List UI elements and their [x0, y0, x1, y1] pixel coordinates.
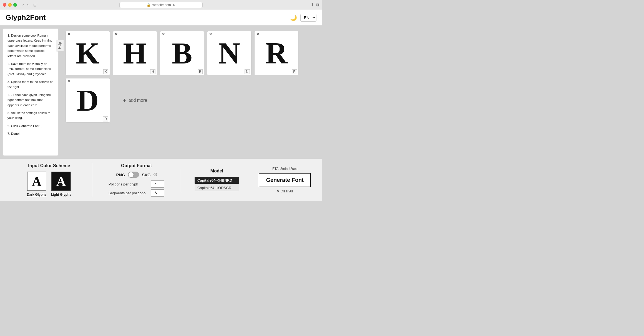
svg-label: SVG	[142, 172, 151, 177]
clear-all-button[interactable]: ✕ Clear All	[277, 189, 293, 193]
help-step-6: 6. Click Generate Font.	[7, 123, 54, 128]
color-scheme-options: A Dark Glyphs A Light Glyphs	[27, 172, 71, 197]
glyph-letter-h: H	[123, 38, 147, 68]
glyph-letter-d: D	[77, 85, 99, 116]
language-select[interactable]: EN ES PT	[300, 14, 316, 22]
glyph-label-h[interactable]: H	[150, 69, 155, 74]
close-glyph-h[interactable]: ✕	[115, 32, 118, 36]
help-step-5: 5. Adjust the settings bellow to your li…	[7, 110, 54, 121]
glyph-card-h[interactable]: ✕ H H	[113, 31, 157, 75]
help-step-4: 4. . Label each glyph using the right bo…	[7, 92, 54, 108]
fullscreen-window-button[interactable]	[13, 3, 17, 7]
polygons-label: Poligons per glyph	[109, 182, 138, 186]
format-params: Poligons per glyph Segments per poligono	[109, 180, 165, 197]
generate-section: ETA: 8min 42sec Generate Font ✕ Clear Al…	[253, 167, 316, 193]
glyph-label-k[interactable]: K	[103, 69, 108, 74]
add-more-label: add more	[129, 98, 147, 103]
url-text: website.com	[152, 3, 171, 7]
glyph-label-b[interactable]: B	[198, 69, 203, 74]
main-content: 1. Design some cool Roman uppercase lett…	[0, 26, 322, 159]
dark-glyphs-label: Dark Glyphs	[27, 193, 47, 197]
output-format-title: Output Format	[121, 163, 152, 168]
help-tab[interactable]: Help	[56, 40, 64, 52]
help-step-2: 2. Save them individually on PNG format,…	[7, 61, 54, 77]
nav-buttons: ‹ ›	[21, 2, 29, 8]
close-glyph-n[interactable]: ✕	[209, 32, 212, 36]
segments-label: Segments per poligono	[109, 191, 146, 195]
output-format-content: PNG SVG ⓘ Poligons per glyph Segments pe…	[109, 172, 165, 197]
settings-bar: Input Color Scheme A Dark Glyphs A Light…	[0, 159, 322, 201]
toolbar-right: ⬆ ⧉	[310, 2, 319, 7]
close-glyph-d[interactable]: ✕	[67, 80, 71, 83]
glyph-letter-k: K	[76, 38, 100, 68]
input-color-scheme-title: Input Color Scheme	[28, 163, 70, 168]
close-glyph-b[interactable]: ✕	[162, 32, 165, 36]
light-glyph-preview: A	[51, 172, 71, 191]
back-button[interactable]: ‹	[21, 2, 25, 8]
glyph-card-n[interactable]: ✕ N N	[207, 31, 251, 75]
dark-mode-button[interactable]: 🌙	[290, 14, 297, 21]
glyph-label-n[interactable]: N	[245, 69, 250, 74]
glyph-letter-n: N	[218, 38, 240, 68]
format-toggle[interactable]	[128, 172, 139, 178]
light-glyphs-option[interactable]: A Light Glyphs	[51, 172, 71, 197]
glyph-label-r[interactable]: R	[292, 69, 297, 74]
glyph-card-d[interactable]: ✕ D D	[66, 78, 110, 123]
refresh-icon: ↻	[173, 3, 175, 7]
dark-glyphs-option[interactable]: A Dark Glyphs	[27, 172, 47, 197]
glyph-card-b[interactable]: ✕ B B	[160, 31, 204, 75]
tabs-button[interactable]: ⧉	[316, 2, 319, 7]
glyphs-grid: ✕ K K ✕ H H ✕ B B ✕ N N ✕ R	[66, 31, 311, 123]
close-glyph-r[interactable]: ✕	[256, 32, 259, 36]
model-list: Capitals64-KHBNRD Capitals64-HODSGR	[195, 177, 239, 191]
input-color-scheme-section: Input Color Scheme A Dark Glyphs A Light…	[6, 163, 93, 197]
help-step-7: 7. Done!	[7, 131, 54, 136]
model-item-0[interactable]: Capitals64-KHBNRD	[195, 177, 239, 184]
segments-input[interactable]	[151, 189, 164, 197]
reader-button[interactable]: ⊟	[33, 3, 37, 7]
plus-icon: +	[123, 97, 126, 104]
model-item-1[interactable]: Capitals64-HODSGR	[195, 184, 239, 191]
canvas-area: ✕ K K ✕ H H ✕ B B ✕ N N ✕ R	[60, 28, 316, 156]
toggle-knob	[129, 172, 134, 177]
generate-font-button[interactable]: Generate Font	[259, 173, 311, 187]
glyph-letter-b: B	[172, 38, 192, 68]
lock-icon: 🔒	[147, 3, 151, 7]
eta-text: ETA: 8min 42sec	[272, 167, 297, 171]
png-label: PNG	[116, 172, 125, 177]
glyph-letter-r: R	[265, 38, 287, 68]
window-chrome: ‹ › ⊟ 🔒 website.com ↻ ⬆ ⧉	[0, 0, 322, 10]
window-controls	[3, 3, 17, 7]
polygons-input[interactable]	[151, 180, 164, 188]
help-step-1: 1. Design some cool Roman uppercase lett…	[7, 33, 54, 58]
header-right: 🌙 EN ES PT	[290, 14, 316, 22]
polygons-row: Poligons per glyph	[109, 180, 165, 188]
glyph-label-d[interactable]: D	[103, 116, 108, 121]
glyph-card-r[interactable]: ✕ R R	[254, 31, 299, 75]
model-title: Model	[210, 169, 223, 174]
help-step-3: 3. Upload them to the canvas on the righ…	[7, 79, 54, 90]
light-glyphs-label: Light Glyphs	[51, 193, 71, 197]
model-section: Model Capitals64-KHBNRD Capitals64-HODSG…	[180, 169, 253, 191]
address-bar[interactable]: 🔒 website.com ↻	[119, 2, 203, 8]
glyph-card-k[interactable]: ✕ K K	[66, 31, 110, 75]
info-icon[interactable]: ⓘ	[154, 172, 157, 177]
close-window-button[interactable]	[3, 3, 6, 7]
format-toggle-row: PNG SVG ⓘ	[116, 172, 157, 178]
forward-button[interactable]: ›	[26, 2, 30, 8]
add-more-button[interactable]: + add more	[113, 78, 157, 123]
minimize-window-button[interactable]	[8, 3, 12, 7]
share-button[interactable]: ⬆	[310, 2, 314, 7]
output-format-section: Output Format PNG SVG ⓘ Poligons per gly…	[93, 163, 180, 197]
app-title: Glyph2Font	[6, 13, 46, 22]
app-header: Glyph2Font 🌙 EN ES PT	[0, 10, 322, 26]
dark-glyph-preview: A	[27, 172, 46, 191]
close-glyph-k[interactable]: ✕	[67, 32, 71, 36]
segments-row: Segments per poligono	[109, 189, 165, 197]
help-panel: 1. Design some cool Roman uppercase lett…	[3, 28, 58, 156]
